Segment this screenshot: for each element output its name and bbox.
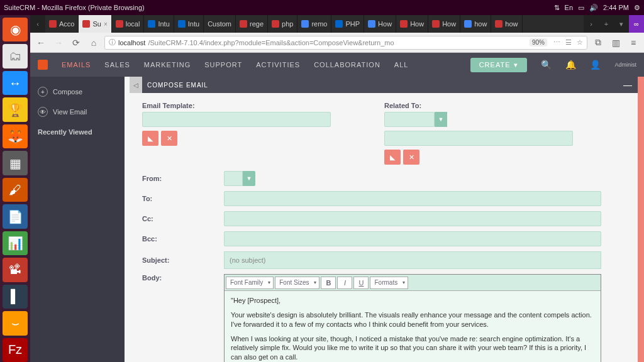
nav-all[interactable]: ALL <box>394 61 409 69</box>
reload-button[interactable]: ⟳ <box>69 36 83 50</box>
tab[interactable]: How <box>428 15 460 33</box>
tab[interactable]: Custom <box>204 15 236 33</box>
nav-activities[interactable]: ACTIVITIES <box>256 61 300 69</box>
nav-support[interactable]: SUPPORT <box>204 61 242 69</box>
minimize-panel-button[interactable]: — <box>617 80 639 90</box>
related-module-dropdown[interactable]: ▼ <box>435 112 447 127</box>
brand-logo[interactable] <box>38 60 48 70</box>
tab[interactable]: rege <box>236 15 268 33</box>
tab[interactable]: local <box>112 15 145 33</box>
info-icon[interactable]: ⓘ <box>109 38 116 47</box>
calc-icon[interactable]: 📊 <box>3 231 28 255</box>
tab[interactable]: Intu <box>144 15 174 33</box>
amazon-icon[interactable]: ⌣ <box>3 311 28 335</box>
nav-sales[interactable]: SALES <box>104 61 130 69</box>
firefox-icon[interactable]: 🦊 <box>3 124 28 148</box>
writer-icon[interactable]: 📄 <box>3 204 28 228</box>
home-button[interactable]: ⌂ <box>87 36 101 50</box>
email-template-input[interactable] <box>142 112 331 127</box>
bell-icon[interactable]: 🔔 <box>565 60 576 70</box>
reader-icon[interactable]: ☰ <box>565 38 572 47</box>
tab[interactable]: How <box>364 15 396 33</box>
nav-emails[interactable]: EMAILS <box>62 61 91 69</box>
filezilla-icon[interactable]: Fz <box>3 338 28 362</box>
gear-icon[interactable]: ⚙ <box>634 4 640 12</box>
create-button[interactable]: CREATE▾ <box>470 58 528 72</box>
sidebar-compose[interactable]: +Compose <box>30 82 125 102</box>
nav-marketing[interactable]: MARKETING <box>144 61 191 69</box>
more-icon[interactable]: ⋯ <box>553 38 560 47</box>
close-icon[interactable]: × <box>104 21 108 28</box>
panel-header: ◁ COMPOSE EMAIL — <box>130 77 639 93</box>
bcc-input[interactable] <box>224 231 601 246</box>
wifi-icon[interactable]: ⇅ <box>554 4 560 12</box>
calculator-icon[interactable]: ▦ <box>3 151 28 175</box>
plus-icon: + <box>38 87 48 97</box>
library-icon[interactable]: ⧉ <box>591 36 605 50</box>
tab[interactable]: PHP <box>331 15 364 33</box>
files-icon[interactable]: 🗂 <box>3 44 28 68</box>
template-clear-button[interactable]: ✕ <box>161 131 177 146</box>
related-select-button[interactable]: ◣ <box>384 150 401 165</box>
menu-icon[interactable]: ≡ <box>626 36 640 50</box>
subject-input[interactable]: (no subject) <box>224 251 601 269</box>
terminal-icon[interactable]: ▌ <box>3 285 28 309</box>
related-module-select[interactable] <box>384 112 435 127</box>
sidebar-view-email[interactable]: 👁View Email <box>30 102 125 122</box>
back-button[interactable]: ← <box>34 36 48 50</box>
bold-button[interactable]: B <box>321 277 336 289</box>
tab[interactable]: how <box>491 15 522 33</box>
related-clear-button[interactable]: ✕ <box>403 150 419 165</box>
from-dropdown[interactable]: ▼ <box>243 171 255 186</box>
bookmark-star-icon[interactable]: ☆ <box>577 38 583 47</box>
app-body: +Compose 👁View Email Recently Viewed ◁ C… <box>30 77 644 362</box>
tab-scroll-left[interactable]: ‹ <box>30 15 45 33</box>
tab[interactable]: how <box>460 15 491 33</box>
new-tab-button[interactable]: + <box>599 15 614 33</box>
nav-collaboration[interactable]: COLLABORATION <box>314 61 380 69</box>
editor-content[interactable]: "Hey [Prospect], Your website's design i… <box>225 291 601 362</box>
tab[interactable]: Intu <box>174 15 204 33</box>
font-family-select[interactable]: Font Family <box>226 277 274 289</box>
search-icon[interactable]: 🔍 <box>541 60 552 70</box>
impress-icon[interactable]: 📽 <box>3 258 28 282</box>
sidebar-icon[interactable]: ▥ <box>609 36 623 50</box>
clock[interactable]: 2:44 PM <box>603 4 629 11</box>
italic-button[interactable]: I <box>337 277 352 289</box>
paint-icon[interactable]: 🖌 <box>3 178 28 202</box>
to-input[interactable] <box>224 191 601 206</box>
related-record-input[interactable] <box>384 131 573 146</box>
font-size-select[interactable]: Font Sizes <box>275 277 319 289</box>
battery-icon[interactable]: ▭ <box>578 4 584 12</box>
from-select[interactable] <box>224 171 243 186</box>
cc-input[interactable] <box>224 211 601 226</box>
user-icon[interactable]: 👤 <box>590 60 601 70</box>
url-bar[interactable]: ⓘ localhost /SuiteCRM-7.10.4/index.php?m… <box>104 36 587 50</box>
related-to-label: Related To: <box>384 102 626 109</box>
zoom-level[interactable]: 90% <box>530 38 547 47</box>
main-panel: ◁ COMPOSE EMAIL — Email Template: ◣ ✕ <box>125 77 644 362</box>
cc-label: Cc: <box>142 215 224 222</box>
tab[interactable]: Su× <box>79 15 111 33</box>
tab[interactable]: remo <box>297 15 331 33</box>
formats-select[interactable]: Formats <box>370 277 408 289</box>
tab-list-button[interactable]: ▾ <box>614 15 629 33</box>
tab[interactable]: php <box>268 15 297 33</box>
module-sidebar: +Compose 👁View Email Recently Viewed <box>30 77 125 362</box>
lang-indicator[interactable]: En <box>565 4 573 11</box>
underline-button[interactable]: U <box>353 277 369 289</box>
tab[interactable]: Acco <box>45 15 79 33</box>
private-mask-icon: ∞ <box>629 15 644 33</box>
forward-button[interactable]: → <box>52 36 65 50</box>
trophy-icon[interactable]: 🏆 <box>3 97 28 121</box>
tab[interactable]: How <box>396 15 428 33</box>
template-select-button[interactable]: ◣ <box>142 131 158 146</box>
teamviewer-icon[interactable]: ↔ <box>3 71 28 95</box>
tab-strip: ‹ Acco Su× local Intu Intu Custom rege p… <box>30 15 644 33</box>
toolbar: ← → ⟳ ⌂ ⓘ localhost /SuiteCRM-7.10.4/ind… <box>30 33 644 53</box>
dash-icon[interactable]: ◉ <box>3 18 28 41</box>
right-gutter <box>638 77 644 362</box>
volume-icon[interactable]: 🔊 <box>589 4 598 12</box>
collapse-sidebar-button[interactable]: ◁ <box>130 77 142 93</box>
tab-scroll-right[interactable]: › <box>584 15 599 33</box>
